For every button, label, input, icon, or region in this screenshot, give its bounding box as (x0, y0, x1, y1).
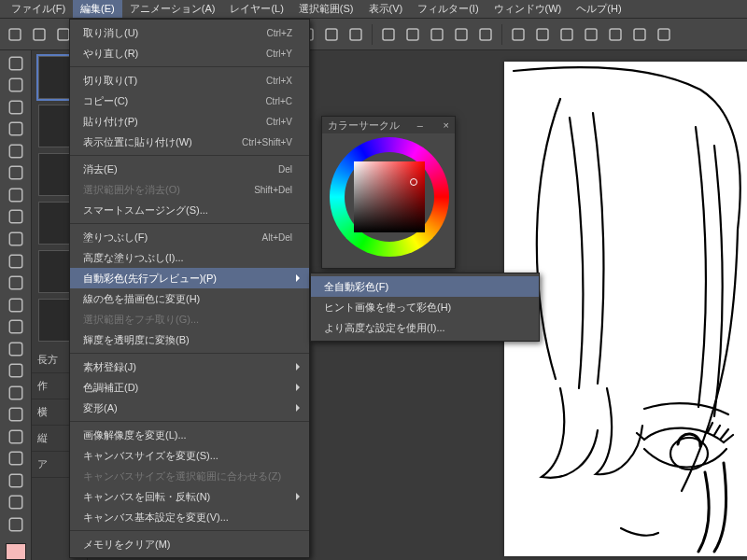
menu-item-shortcut: Ctrl+Shift+V (242, 137, 292, 147)
shape-tool[interactable] (5, 361, 27, 380)
auto-colorize-submenu: 全自動彩色(F)ヒント画像を使って彩色(H)より高度な設定を使用(I)... (310, 273, 540, 342)
svg-rect-21 (561, 29, 572, 40)
menu-item-label: 取り消し(U) (83, 26, 248, 40)
menu-item[interactable]: 画像解像度を変更(L)... (70, 425, 309, 445)
menu-item[interactable]: 自動彩色(先行プレビュー)(P) (70, 268, 309, 288)
fill-tool[interactable] (5, 317, 27, 336)
menu-item[interactable]: スマートスムージング(S)... (70, 200, 309, 220)
svg-rect-25 (658, 29, 669, 40)
menu-item[interactable]: 取り消し(U)Ctrl+Z (70, 22, 309, 43)
snap-button[interactable] (580, 23, 602, 46)
menu-item[interactable]: キャンバスサイズを変更(S)... (70, 445, 309, 466)
flip-button[interactable] (604, 23, 627, 46)
menu-item-shortcut: Shift+Del (254, 185, 292, 195)
svg-rect-47 (9, 518, 22, 531)
print-button[interactable] (402, 23, 424, 46)
menu-item[interactable]: やり直し(R)Ctrl+Y (70, 43, 309, 63)
menu-item[interactable]: 輝度を透明度に変換(B) (70, 329, 309, 350)
grad-tool[interactable] (5, 340, 27, 358)
svg-rect-1 (34, 29, 45, 40)
menu-選択範囲[interactable]: 選択範囲(S) (291, 0, 361, 18)
menu-item[interactable]: 塗りつぶし(F)Alt+Del (70, 227, 309, 247)
submenu-item[interactable]: より高度な設定を使用(I)... (311, 317, 539, 338)
menu-item[interactable]: キャンバス基本設定を変更(V)... (70, 507, 309, 527)
menu-item[interactable]: 貼り付け(P)Ctrl+V (70, 111, 309, 132)
grid-button[interactable] (531, 23, 554, 46)
mix-tool[interactable] (5, 296, 27, 315)
menu-ウィンドウ[interactable]: ウィンドウ(W) (486, 0, 570, 18)
color-circle-panel[interactable]: カラーサークル – × (321, 116, 456, 269)
pen-tool[interactable] (5, 186, 27, 204)
ruler-tool[interactable] (5, 406, 27, 425)
menu-item[interactable]: 高度な塗りつぶし(I)... (70, 247, 309, 268)
menu-item[interactable]: 切り取り(T)Ctrl+X (70, 70, 309, 91)
menu-item-label: 選択範囲をフチ取り(G)... (83, 313, 292, 327)
svg-rect-27 (9, 79, 22, 92)
minimize-icon[interactable]: – (417, 119, 426, 131)
open-button[interactable] (28, 23, 50, 46)
lasso-tool[interactable] (5, 120, 27, 139)
layers-button[interactable] (345, 23, 367, 46)
hand-tool[interactable] (5, 494, 27, 512)
menu-item-label: メモリをクリア(M) (83, 538, 292, 552)
menu-item[interactable]: 変形(A) (70, 398, 309, 418)
panel-titlebar[interactable]: カラーサークル – × (322, 117, 455, 133)
brush-tool[interactable] (5, 208, 27, 227)
color-circle-body[interactable] (322, 133, 455, 270)
balloon-tool[interactable] (5, 450, 27, 469)
menu-フィルター[interactable]: フィルター(I) (410, 0, 486, 18)
new-button[interactable] (4, 23, 26, 46)
menu-ヘルプ[interactable]: ヘルプ(H) (569, 0, 628, 18)
menu-item[interactable]: コピー(C)Ctrl+C (70, 91, 309, 111)
menu-item-shortcut: Alt+Del (261, 232, 292, 243)
submenu-item[interactable]: ヒント画像を使って彩色(H) (311, 297, 539, 317)
move-tool[interactable] (5, 77, 27, 95)
menu-item[interactable]: 線の色を描画色に変更(H) (70, 288, 309, 309)
menu-item[interactable]: 素材登録(J) (70, 357, 309, 377)
menu-item[interactable]: 表示位置に貼り付け(W)Ctrl+Shift+V (70, 132, 309, 152)
menu-item[interactable]: 消去(E)Del (70, 159, 309, 179)
eyedrop-tool[interactable] (5, 164, 27, 183)
menu-アニメーション[interactable]: アニメーション(A) (122, 0, 223, 18)
blend-tool[interactable] (5, 252, 27, 271)
zoomin-button[interactable] (377, 23, 400, 46)
sv-box[interactable] (354, 161, 425, 232)
menu-レイヤー[interactable]: レイヤー(L) (222, 0, 290, 18)
pref-button[interactable] (653, 23, 675, 46)
menu-item-shortcut: Ctrl+V (266, 117, 292, 127)
svg-rect-29 (9, 123, 22, 136)
svg-rect-43 (9, 430, 22, 443)
fit-button[interactable] (474, 23, 497, 46)
menu-item-label: 輝度を透明度に変換(B) (83, 333, 292, 347)
menu-item[interactable]: 色調補正(D) (70, 377, 309, 398)
canvas[interactable] (504, 62, 747, 556)
text-tool[interactable] (5, 427, 27, 446)
menu-ファイル[interactable]: ファイル(F) (4, 0, 73, 18)
anchor-button[interactable] (320, 23, 343, 46)
svg-rect-26 (9, 57, 22, 70)
menu-表示[interactable]: 表示(V) (361, 0, 411, 18)
zoom-tool[interactable] (5, 515, 27, 534)
eraser-tool[interactable] (5, 273, 27, 292)
crop-button[interactable] (507, 23, 529, 46)
sv-cursor[interactable] (410, 178, 417, 186)
menu-編集[interactable]: 編集(E) (73, 0, 122, 18)
guide-button[interactable] (556, 23, 578, 46)
marquee-tool[interactable] (5, 98, 27, 117)
menu-item-label: 表示位置に貼り付け(W) (83, 135, 223, 149)
svg-rect-31 (9, 167, 22, 180)
slice-tool[interactable] (5, 471, 27, 490)
rot-button[interactable] (450, 23, 472, 46)
dup-button[interactable] (426, 23, 448, 46)
submenu-item[interactable]: 全自動彩色(F) (311, 276, 539, 297)
menu-item[interactable]: メモリをクリア(M) (70, 534, 309, 554)
foreground-color-swatch[interactable] (6, 543, 26, 560)
airbrush-tool[interactable] (5, 230, 27, 248)
magnify-tool[interactable] (5, 54, 27, 73)
svg-rect-22 (585, 29, 597, 40)
close-icon[interactable]: × (444, 119, 449, 131)
mirror-button[interactable] (628, 23, 651, 46)
menu-item[interactable]: キャンバスを回転・反転(N) (70, 486, 309, 507)
wand-tool[interactable] (5, 142, 27, 161)
frame-tool[interactable] (5, 384, 27, 402)
